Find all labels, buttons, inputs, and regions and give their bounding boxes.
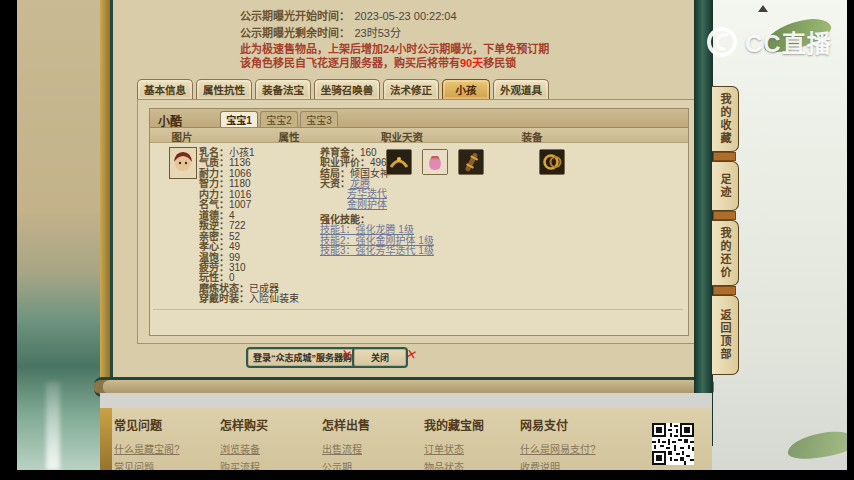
page-gap-band bbox=[100, 393, 712, 408]
cc-live-logo-icon bbox=[705, 25, 739, 59]
column-header-equipment: 装备 bbox=[522, 129, 543, 144]
tab-child[interactable]: 小孩 bbox=[442, 79, 490, 99]
sidebar-band bbox=[694, 0, 713, 446]
cc-live-logo-text: CC直播 bbox=[745, 24, 832, 59]
sidebar-item-footprints[interactable]: 足迹 bbox=[712, 161, 739, 211]
footer-link[interactable]: 什么是网易支付? bbox=[520, 441, 650, 456]
attr-row: 穿戴时装：入险仙装束 bbox=[199, 294, 319, 304]
exposure-remaining-value: 23时53分 bbox=[354, 27, 400, 39]
tab-basic-info[interactable]: 基本信息 bbox=[137, 79, 193, 99]
sidebar-divider bbox=[713, 211, 736, 220]
screen: 公示期曝光开始时间： 2023-05-23 00:22:04 公示期曝光剩余时间… bbox=[0, 0, 854, 480]
scroll-page: 公示期曝光开始时间： 2023-05-23 00:22:04 公示期曝光剩余时间… bbox=[100, 0, 712, 393]
small-arrow-decoration bbox=[758, 5, 768, 12]
wooden-club-icon[interactable] bbox=[458, 149, 484, 175]
tab-equipment-treasure[interactable]: 装备法宝 bbox=[255, 79, 311, 99]
migration-warning: 该角色移民自飞花逐月服务器，购买后将带有90天移民锁 bbox=[240, 54, 516, 70]
subtab-baby2[interactable]: 宝宝2 bbox=[260, 111, 298, 127]
child-panel: 小酷 宝宝1 宝宝2 宝宝3 图片 属性 职业天资 装备 bbox=[149, 108, 689, 336]
child-name-title: 小酷 bbox=[158, 112, 182, 129]
child-portrait-icon bbox=[169, 147, 197, 179]
equipment-slot-list bbox=[386, 149, 565, 175]
column-header-career: 职业天资 bbox=[381, 129, 423, 144]
panel-divider bbox=[153, 309, 683, 310]
gold-coronet-icon[interactable] bbox=[386, 149, 412, 175]
waterfall-decoration bbox=[46, 382, 60, 470]
sidebar-divider bbox=[713, 286, 736, 295]
talent-link[interactable]: 金刚护体 bbox=[347, 199, 387, 210]
footer-link[interactable]: 出售流程 bbox=[322, 441, 422, 456]
footer-link[interactable]: 什么是藏宝阁? bbox=[114, 441, 214, 456]
attribute-list: 乳名：小孩1 气质：1136 耐力：1066 智力：1180 内力：1016 名… bbox=[199, 148, 319, 305]
exposure-start-value: 2023-05-23 00:22:04 bbox=[354, 10, 456, 22]
sidebar-item-my-counteroffer[interactable]: 我的还价 bbox=[712, 220, 739, 286]
sidebar-divider bbox=[713, 152, 736, 161]
scroll-border-line bbox=[110, 0, 113, 393]
subtab-baby3[interactable]: 宝宝3 bbox=[300, 111, 338, 127]
talent-row: 天资：龙腾 bbox=[320, 179, 490, 189]
footer: 常见问题 什么是藏宝阁? 常见问题 怎样购买 浏览装备 购买流程 注意事项 怎样… bbox=[100, 408, 712, 470]
sidebar-item-back-to-top[interactable]: 返回顶部 bbox=[712, 295, 739, 375]
migration-warning-days: 90天 bbox=[460, 57, 483, 69]
tab-appearance-items[interactable]: 外观道具 bbox=[493, 79, 549, 99]
skill-link[interactable]: 技能3：强化芳华迭代 1级 bbox=[320, 245, 434, 256]
gold-bangle-icon[interactable] bbox=[539, 149, 565, 175]
tab-mount-summon[interactable]: 坐骑召唤兽 bbox=[314, 79, 380, 99]
exposure-remaining-row: 公示期曝光剩余时间： 23时53分 bbox=[240, 23, 401, 41]
skill-link[interactable]: 技能1：强化龙腾 1级 bbox=[320, 224, 414, 235]
talent-row: 金刚护体 bbox=[320, 200, 490, 210]
footer-link[interactable]: 浏览装备 bbox=[220, 441, 320, 456]
tab-attribute-resist[interactable]: 属性抗性 bbox=[196, 79, 252, 99]
scroll-gold-edge bbox=[100, 0, 110, 393]
screen-letterbox-left bbox=[0, 0, 17, 480]
screen-letterbox-bottom bbox=[0, 470, 854, 480]
skill-row: 技能3：强化芳华迭代 1级 bbox=[320, 246, 490, 256]
exposure-start-label: 公示期曝光开始时间： bbox=[240, 10, 350, 22]
red-x-stamp-icon: ✕ bbox=[405, 346, 419, 363]
footer-gold-edge bbox=[100, 408, 112, 470]
close-button[interactable]: 关闭 bbox=[352, 347, 408, 368]
sidebar-item-favorites[interactable]: 我的收藏 bbox=[712, 86, 739, 152]
talent-link[interactable]: 芳华迭代 bbox=[347, 188, 387, 199]
tab-skill-correction[interactable]: 法术修正 bbox=[383, 79, 439, 99]
footer-link[interactable]: 订单状态 bbox=[424, 441, 524, 456]
column-header-attributes: 属性 bbox=[279, 129, 300, 144]
subtab-baby1[interactable]: 宝宝1 bbox=[220, 111, 258, 127]
exposure-remaining-label: 公示期曝光剩余时间： bbox=[240, 27, 350, 39]
detail-tabbar: 基本信息 属性抗性 装备法宝 坐骑召唤兽 法术修正 小孩 外观道具 bbox=[137, 79, 549, 99]
migration-warning-prefix: 该角色移民自飞花逐月服务器，购买后将带有 bbox=[240, 57, 460, 69]
footer-col-faq: 常见问题 什么是藏宝阁? 常见问题 bbox=[114, 416, 214, 477]
talent-row: 芳华迭代 bbox=[320, 189, 490, 199]
qr-code bbox=[652, 423, 694, 469]
migration-warning-suffix: 移民锁 bbox=[483, 57, 516, 69]
column-header-picture: 图片 bbox=[172, 129, 193, 144]
pink-pouch-icon[interactable] bbox=[422, 149, 448, 175]
screen-letterbox-right bbox=[847, 0, 854, 480]
exposure-start-row: 公示期曝光开始时间： 2023-05-23 00:22:04 bbox=[240, 6, 457, 24]
tab-content-box: 小酷 宝宝1 宝宝2 宝宝3 图片 属性 职业天资 装备 bbox=[137, 99, 696, 344]
cc-live-watermark: CC直播 bbox=[705, 24, 832, 59]
